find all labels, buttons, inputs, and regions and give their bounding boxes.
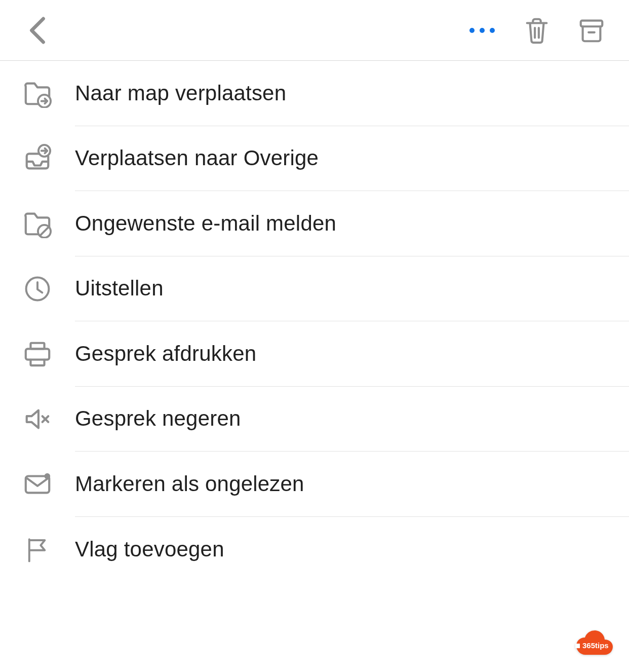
cloud-icon: 365tips xyxy=(566,628,615,658)
menu-item-label: Naar map verplaatsen xyxy=(75,81,286,105)
more-button[interactable] xyxy=(467,15,497,46)
mail-unread-icon xyxy=(23,469,52,499)
menu-item-snooze[interactable]: Uitstellen xyxy=(0,256,629,322)
trash-icon xyxy=(522,15,552,46)
chevron-left-icon xyxy=(25,13,50,48)
menu-item-mark-unread[interactable]: Markeren als ongelezen xyxy=(0,452,629,517)
clock-icon xyxy=(23,275,52,303)
folder-move-icon xyxy=(23,79,52,108)
menu-item-label: Ongewenste e-mail melden xyxy=(75,211,336,236)
move-other-icon xyxy=(23,144,52,173)
watermark-badge: 365tips xyxy=(566,628,615,658)
flag-icon xyxy=(24,535,51,564)
menu-item-ignore[interactable]: Gesprek negeren xyxy=(0,387,629,452)
menu-item-label: Uitstellen xyxy=(75,276,164,301)
back-button[interactable] xyxy=(22,15,53,46)
archive-icon xyxy=(577,15,606,46)
menu-item-move-other[interactable]: Verplaatsen naar Overige xyxy=(0,126,629,192)
header xyxy=(0,0,629,61)
menu-item-label: Verplaatsen naar Overige xyxy=(75,146,319,170)
svg-rect-9 xyxy=(575,644,580,648)
menu-item-report-junk[interactable]: Ongewenste e-mail melden xyxy=(0,191,629,256)
more-icon xyxy=(469,28,495,33)
archive-button[interactable] xyxy=(576,15,607,46)
delete-button[interactable] xyxy=(522,15,552,46)
menu-item-label: Markeren als ongelezen xyxy=(75,472,304,496)
action-menu: Naar map verplaatsen Verplaatsen naar Ov… xyxy=(0,61,629,582)
mute-icon xyxy=(23,404,52,434)
folder-block-icon xyxy=(23,209,52,238)
menu-item-label: Gesprek negeren xyxy=(75,406,241,431)
print-icon xyxy=(23,339,52,368)
menu-item-label: Vlag toevoegen xyxy=(75,537,224,562)
menu-item-move-folder[interactable]: Naar map verplaatsen xyxy=(0,61,629,126)
menu-item-print[interactable]: Gesprek afdrukken xyxy=(0,321,629,387)
watermark-text: 365tips xyxy=(582,641,609,650)
menu-item-flag[interactable]: Vlag toevoegen xyxy=(0,517,629,582)
menu-item-label: Gesprek afdrukken xyxy=(75,342,256,366)
